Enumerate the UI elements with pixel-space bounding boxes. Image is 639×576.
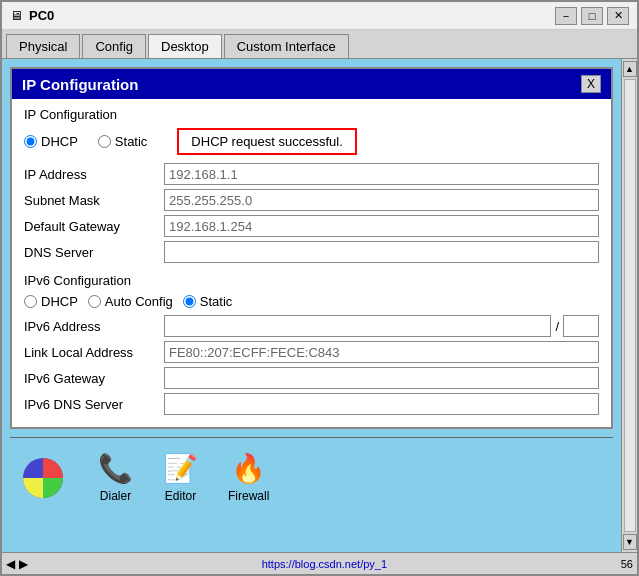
ipv6-address-label: IPv6 Address: [24, 319, 164, 334]
status-url: https://blog.csdn.net/py_1: [262, 558, 387, 570]
status-nav-back[interactable]: ◀: [6, 557, 15, 571]
ipv6-address-input[interactable]: [164, 315, 551, 337]
minimize-button[interactable]: −: [555, 7, 577, 25]
ipv6-gateway-input[interactable]: [164, 367, 599, 389]
ipv6-radio-row: DHCP Auto Config Static: [24, 294, 599, 309]
scroll-down-button[interactable]: ▼: [623, 534, 637, 550]
tab-custom-interface[interactable]: Custom Interface: [224, 34, 349, 58]
status-nav-forward[interactable]: ▶: [19, 557, 28, 571]
ip-config-close-button[interactable]: X: [581, 75, 601, 93]
ip-address-input[interactable]: [164, 163, 599, 185]
bottom-area: 📞 Dialer 📝 Editor 🔥 Firewall: [10, 437, 613, 517]
window-title: PC0: [29, 8, 54, 23]
ip-config-body: IP Configuration DHCP Static: [12, 99, 611, 427]
maximize-button[interactable]: □: [581, 7, 603, 25]
bottom-editor-group[interactable]: 📝 Editor: [163, 452, 198, 503]
ipv6-dns-row: IPv6 DNS Server: [24, 393, 599, 415]
status-bar-left: ◀ ▶: [6, 557, 28, 571]
bottom-icon-group-pie: [18, 453, 68, 503]
scroll-up-button[interactable]: ▲: [623, 61, 637, 77]
tab-physical[interactable]: Physical: [6, 34, 80, 58]
ip-address-label: IP Address: [24, 167, 164, 182]
dhcp-static-row: DHCP Static DHCP request successful.: [24, 128, 599, 155]
main-panel: IP Configuration X IP Configuration DHCP: [2, 59, 621, 552]
ipv6-address-row: IPv6 Address /: [24, 315, 599, 337]
ipv6-auto-label[interactable]: Auto Config: [88, 294, 173, 309]
title-bar-buttons: − □ ✕: [555, 7, 629, 25]
ipv6-dns-label: IPv6 DNS Server: [24, 397, 164, 412]
status-page: 56: [621, 558, 633, 570]
default-gateway-row: Default Gateway: [24, 215, 599, 237]
static-radio-label[interactable]: Static: [98, 134, 148, 149]
default-gateway-label: Default Gateway: [24, 219, 164, 234]
right-scrollbar: ▲ ▼: [621, 59, 637, 552]
static-radio[interactable]: [98, 135, 111, 148]
link-local-input[interactable]: [164, 341, 599, 363]
tab-bar: Physical Config Desktop Custom Interface: [2, 30, 637, 59]
ipv6-gateway-row: IPv6 Gateway: [24, 367, 599, 389]
main-window: 🖥 PC0 − □ ✕ Physical Config Desktop Cust…: [0, 0, 639, 576]
default-gateway-input[interactable]: [164, 215, 599, 237]
dns-server-input[interactable]: [164, 241, 599, 263]
ipv6-auto-radio[interactable]: [88, 295, 101, 308]
ipv6-section-label: IPv6 Configuration: [24, 273, 599, 288]
ipv6-dhcp-label[interactable]: DHCP: [24, 294, 78, 309]
link-local-label: Link Local Address: [24, 345, 164, 360]
title-bar-left: 🖥 PC0: [10, 8, 54, 23]
link-local-row: Link Local Address: [24, 341, 599, 363]
status-bar-center: https://blog.csdn.net/py_1: [262, 558, 387, 570]
ipv6-dhcp-radio[interactable]: [24, 295, 37, 308]
subnet-mask-label: Subnet Mask: [24, 193, 164, 208]
ipv6-static-label[interactable]: Static: [183, 294, 233, 309]
dns-server-label: DNS Server: [24, 245, 164, 260]
dhcp-status-message: DHCP request successful.: [191, 134, 343, 149]
ipv6-slash: /: [551, 319, 563, 334]
dns-server-row: DNS Server: [24, 241, 599, 263]
subnet-mask-row: Subnet Mask: [24, 189, 599, 211]
pie-chart-icon: [18, 453, 68, 503]
dhcp-status-box: DHCP request successful.: [177, 128, 357, 155]
dialer-icon: 📞: [98, 452, 133, 485]
ip-config-header: IP Configuration X: [12, 69, 611, 99]
tab-config[interactable]: Config: [82, 34, 146, 58]
title-bar: 🖥 PC0 − □ ✕: [2, 2, 637, 30]
bottom-dialer-group[interactable]: 📞 Dialer: [98, 452, 133, 503]
window-icon: 🖥: [10, 8, 23, 23]
content-area: IP Configuration X IP Configuration DHCP: [2, 59, 637, 552]
ipv6-gateway-label: IPv6 Gateway: [24, 371, 164, 386]
firewall-icon: 🔥: [231, 452, 266, 485]
ip-address-row: IP Address: [24, 163, 599, 185]
subnet-mask-input[interactable]: [164, 189, 599, 211]
dialer-label: Dialer: [100, 489, 131, 503]
editor-label: Editor: [165, 489, 196, 503]
ipv6-prefix-input[interactable]: [563, 315, 599, 337]
firewall-label: Firewall: [228, 489, 269, 503]
ipv6-static-radio[interactable]: [183, 295, 196, 308]
editor-icon: 📝: [163, 452, 198, 485]
dhcp-radio[interactable]: [24, 135, 37, 148]
ip-config-section-label: IP Configuration: [24, 107, 599, 122]
ip-config-panel: IP Configuration X IP Configuration DHCP: [10, 67, 613, 429]
ip-config-title: IP Configuration: [22, 76, 138, 93]
dhcp-radio-label[interactable]: DHCP: [24, 134, 78, 149]
bottom-firewall-group[interactable]: 🔥 Firewall: [228, 452, 269, 503]
status-bar: ◀ ▶ https://blog.csdn.net/py_1 56: [2, 552, 637, 574]
close-window-button[interactable]: ✕: [607, 7, 629, 25]
status-bar-right: 56: [621, 558, 633, 570]
ipv6-section: IPv6 Configuration DHCP Auto Config: [24, 273, 599, 415]
scroll-track[interactable]: [624, 79, 636, 532]
tab-desktop[interactable]: Desktop: [148, 34, 222, 58]
ipv6-dns-input[interactable]: [164, 393, 599, 415]
